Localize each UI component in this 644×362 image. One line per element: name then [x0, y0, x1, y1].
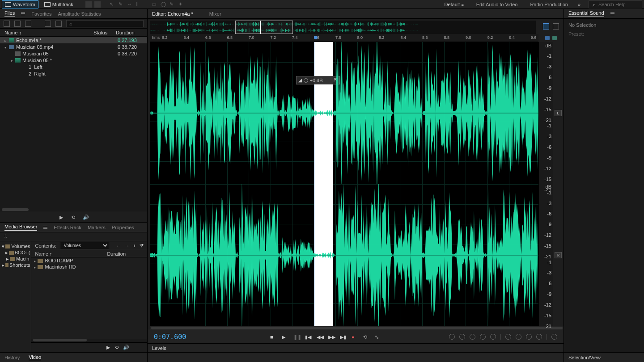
- files-panel-menu-icon[interactable]: [21, 12, 25, 15]
- workspace-edit-audio-to-video[interactable]: Edit Audio to Video: [470, 2, 524, 7]
- workspace-default[interactable]: Default ≡: [438, 2, 470, 7]
- zoom-in-time-icon[interactable]: [449, 334, 455, 340]
- toggle-channels-icon[interactable]: [553, 23, 559, 29]
- mb-preview-play-icon[interactable]: ▶: [106, 345, 110, 350]
- essential-sound-menu-icon[interactable]: [610, 12, 614, 15]
- tree-row[interactable]: ▸Shortcuts: [1, 262, 30, 268]
- contents-dropdown[interactable]: Volumes: [60, 242, 109, 249]
- stop-button[interactable]: ■: [270, 334, 275, 340]
- zoom-selection-in-icon[interactable]: [551, 334, 557, 340]
- tab-properties[interactable]: Properties: [112, 225, 134, 230]
- channel-left-badge[interactable]: L: [555, 110, 561, 116]
- time-ruler[interactable]: hms 6.26.46.66.87.07.27.47.67.88.08.28.4…: [150, 34, 538, 42]
- tab-effects-rack[interactable]: Effects Rack: [54, 225, 81, 230]
- lasso-tool-icon[interactable]: ◯: [161, 1, 167, 8]
- search-help-input[interactable]: [598, 2, 638, 7]
- file-row[interactable]: Musician 05.mp4 0:38.720: [0, 43, 147, 50]
- tab-mixer[interactable]: Mixer: [209, 11, 221, 17]
- workspace-overflow-button[interactable]: »: [574, 2, 584, 7]
- overview-view-rect[interactable]: [235, 21, 293, 34]
- zoom-in-point-icon[interactable]: [516, 334, 521, 340]
- tab-media-browser[interactable]: Media Browser: [4, 224, 37, 231]
- shortcut-add-icon[interactable]: ⇩: [4, 234, 10, 240]
- nav-fwd-icon[interactable]: →: [125, 243, 130, 248]
- twist-icon[interactable]: [4, 38, 7, 43]
- tab-favorites[interactable]: Favorites: [31, 11, 51, 17]
- files-search-input[interactable]: ⌕: [66, 20, 144, 27]
- file-row[interactable]: Musician 05 0:38.720: [0, 50, 147, 57]
- col-name[interactable]: Name ↑: [4, 30, 93, 35]
- go-to-start-button[interactable]: ▮◀: [305, 334, 310, 340]
- col-duration[interactable]: Duration: [116, 30, 143, 35]
- workspace-radio-production[interactable]: Radio Production: [524, 2, 574, 7]
- marquee-tool-icon[interactable]: ▭: [152, 1, 158, 8]
- mb-col-name[interactable]: Name ↑: [35, 251, 107, 257]
- media-browser-tree[interactable]: ▾Volumes▸BOOT(▸Macin▸Shortcuts: [0, 241, 31, 352]
- twist-icon[interactable]: ▸: [5, 250, 8, 256]
- go-to-end-button[interactable]: ▶▮: [340, 334, 345, 340]
- volume-row[interactable]: BOOTCAMP: [31, 257, 147, 264]
- zoom-out-amp-icon[interactable]: [490, 334, 496, 340]
- marker-flag-icon[interactable]: [552, 36, 557, 40]
- ruler-playhead-indicator[interactable]: [314, 36, 318, 39]
- play-button[interactable]: ▶: [282, 334, 287, 340]
- tab-video[interactable]: Video: [29, 354, 41, 360]
- tree-row[interactable]: ▸BOOT(: [1, 249, 30, 256]
- col-status[interactable]: Status: [93, 30, 116, 35]
- twist-icon[interactable]: ▸: [2, 262, 4, 268]
- loop-button[interactable]: ⟲: [363, 334, 369, 340]
- file-row[interactable]: 1: Left: [0, 63, 147, 70]
- channel-right-badge[interactable]: R: [555, 252, 562, 258]
- file-row[interactable]: 2: Right: [0, 70, 147, 77]
- timecode-display[interactable]: 0:07.600: [148, 333, 201, 341]
- volume-row[interactable]: Macintosh HD: [31, 264, 147, 270]
- file-row[interactable]: Echo.m4a * 0:27.193: [0, 37, 147, 43]
- tree-row[interactable]: ▸Macin: [1, 256, 30, 262]
- files-list[interactable]: Echo.m4a * 0:27.193 Musician 05.mp4 0:38…: [0, 37, 147, 207]
- zoom-in-amp-icon[interactable]: [480, 334, 486, 340]
- zoom-out-point-icon[interactable]: [526, 334, 532, 340]
- close-file-icon[interactable]: [55, 21, 62, 27]
- files-hscroll[interactable]: [0, 207, 147, 212]
- nav-back-icon[interactable]: ←: [116, 243, 121, 248]
- brush-tool-icon[interactable]: ✎: [169, 1, 176, 8]
- twist-icon[interactable]: [10, 58, 13, 63]
- tree-row[interactable]: ▾Volumes: [1, 243, 30, 249]
- waveform-overview[interactable]: [150, 21, 536, 34]
- twist-icon[interactable]: [34, 264, 36, 269]
- preview-autoplay-icon[interactable]: 🔊: [83, 215, 88, 220]
- tab-markers[interactable]: Markers: [88, 225, 106, 230]
- media-browser-hscroll[interactable]: [33, 339, 87, 341]
- record-button[interactable]: ●: [352, 334, 357, 340]
- pause-button[interactable]: ❚❚: [293, 334, 299, 340]
- insert-icon[interactable]: +: [133, 243, 136, 248]
- new-file-icon[interactable]: [14, 21, 21, 27]
- move-tool-icon[interactable]: ↖: [110, 1, 116, 8]
- fast-forward-button[interactable]: ▶▶: [328, 334, 334, 340]
- mb-preview-autoplay-icon[interactable]: 🔊: [123, 345, 129, 350]
- twist-icon[interactable]: ▾: [2, 244, 4, 249]
- filter-icon[interactable]: ⧩: [140, 243, 144, 248]
- preview-loop-icon[interactable]: ⟲: [71, 215, 76, 220]
- media-browser-menu-icon[interactable]: [43, 226, 47, 229]
- zoom-reset-time-icon[interactable]: [470, 334, 475, 340]
- mode-waveform-button[interactable]: Waveform: [2, 0, 38, 8]
- rewind-button[interactable]: ◀◀: [317, 334, 322, 340]
- time-selection-tool-icon[interactable]: I: [136, 1, 143, 8]
- tab-files[interactable]: Files: [4, 10, 15, 17]
- slip-tool-icon[interactable]: ↔: [127, 1, 134, 8]
- open-file-icon[interactable]: [4, 21, 10, 27]
- skip-selection-button[interactable]: ⤡: [375, 334, 380, 340]
- razor-tool-icon[interactable]: ✎: [119, 1, 125, 8]
- twist-icon[interactable]: [4, 44, 7, 50]
- editor-hscroll[interactable]: [150, 326, 564, 330]
- zoom-full-icon[interactable]: [536, 334, 542, 340]
- tab-amplitude-statistics[interactable]: Amplitude Statistics: [58, 11, 101, 17]
- mode-multitrack-button[interactable]: Multitrack: [41, 0, 76, 8]
- tab-history[interactable]: History: [4, 355, 20, 360]
- zoom-to-selection-icon[interactable]: [505, 334, 511, 340]
- tab-editor[interactable]: Editor: Echo.m4a *: [152, 11, 193, 17]
- media-browser-list[interactable]: BOOTCAMPMacintosh HD: [31, 257, 147, 339]
- file-row[interactable]: Musician 05 *: [0, 57, 147, 63]
- zoom-out-time-icon[interactable]: [459, 334, 465, 340]
